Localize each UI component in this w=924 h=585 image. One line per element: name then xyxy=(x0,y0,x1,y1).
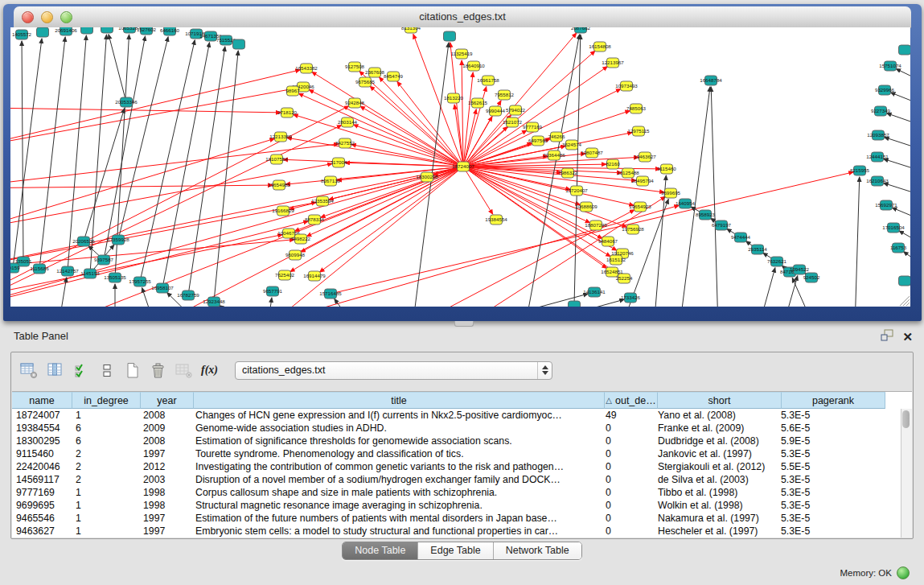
column-header-name[interactable]: name xyxy=(12,392,72,409)
graph-node[interactable]: 19654923 xyxy=(629,202,651,212)
graph-node[interactable]: 8958923 xyxy=(696,210,716,220)
graph-node[interactable]: 317004 xyxy=(331,158,347,167)
close-panel-button[interactable]: ✕ xyxy=(902,332,913,343)
graph-node[interactable] xyxy=(81,27,93,34)
graph-node[interactable]: 9397587 xyxy=(94,255,114,265)
column-settings-button[interactable] xyxy=(19,360,39,380)
graph-node[interactable]: 9657791 xyxy=(263,286,283,296)
column-header-pagerank[interactable]: pagerank xyxy=(782,392,885,409)
graph-node[interactable]: 2367608 xyxy=(365,68,385,77)
graph-node[interactable]: 8878334 xyxy=(305,215,325,225)
graph-node[interactable]: 18807249 xyxy=(585,220,607,230)
vertical-scrollbar[interactable] xyxy=(901,409,912,538)
table-row[interactable]: 1456911722003Disruption of a novel membe… xyxy=(12,473,912,486)
table-row[interactable]: 977716911998Corpus callosum shape and si… xyxy=(12,486,912,499)
table-row[interactable]: 946362711997Embryonic stem cells: a mode… xyxy=(12,525,912,538)
graph-node[interactable]: 10688609 xyxy=(575,202,598,212)
table-row[interactable]: 946554611997Estimation of the future num… xyxy=(12,512,912,525)
graph-node[interactable]: 10125488 xyxy=(617,168,639,178)
graph-node[interactable]: 16961758 xyxy=(477,76,499,85)
graph-node[interactable]: 19654985 xyxy=(268,180,290,190)
graph-node[interactable]: 14136141 xyxy=(583,287,606,297)
graph-node[interactable]: 18107554 xyxy=(265,154,288,164)
graph-node[interactable]: 9329966 xyxy=(875,85,895,95)
graph-node[interactable]: 16154808 xyxy=(589,42,611,51)
column-header-in_degree[interactable]: in_degree xyxy=(72,392,141,409)
graph-node[interactable]: 16210643 xyxy=(866,176,889,186)
memory-ok-icon[interactable] xyxy=(897,566,910,579)
graph-node[interactable]: 1405572 xyxy=(12,30,32,39)
graph-node[interactable] xyxy=(899,276,911,286)
tab-network-table[interactable]: Network Table xyxy=(494,542,581,559)
graph-node[interactable] xyxy=(101,27,113,33)
graph-node[interactable]: 9675685 xyxy=(355,77,376,87)
graph-node[interactable]: 1621072 xyxy=(503,117,523,127)
graph-node[interactable]: 17957255 xyxy=(129,277,151,286)
graph-node[interactable]: 1615132 xyxy=(606,255,626,265)
delete-column-button[interactable] xyxy=(174,360,194,380)
graph-node[interactable]: 9227349 xyxy=(871,106,891,116)
graph-node[interactable]: 9474444 xyxy=(731,233,751,242)
graph-node[interactable]: 252254 xyxy=(616,274,633,283)
graph-node[interactable] xyxy=(233,39,245,49)
graph-node[interactable]: 2718120 xyxy=(277,108,298,117)
graph-node[interactable]: 6497568 xyxy=(528,136,548,146)
network-view-canvas[interactable]: 1405572206914061065328715276026466160107… xyxy=(10,27,910,307)
graph-node[interactable]: 16782759 xyxy=(177,290,199,300)
graph-node[interactable]: 28495794 xyxy=(631,176,654,186)
graph-node[interactable]: 12142757 xyxy=(56,266,79,276)
column-header-short[interactable]: short xyxy=(658,392,782,409)
graph-node[interactable]: 12093857 xyxy=(867,130,889,140)
graph-node[interactable]: 20053346 xyxy=(115,97,138,107)
graph-node[interactable]: 2087662 xyxy=(571,27,591,33)
graph-node[interactable]: 746266 xyxy=(548,132,565,142)
select-columns-button[interactable] xyxy=(45,360,65,380)
graph-node[interactable] xyxy=(899,45,911,55)
graph-node[interactable]: 8131304 xyxy=(401,27,421,33)
delete-table-button[interactable] xyxy=(148,360,168,380)
graph-node[interactable]: 8454749 xyxy=(384,72,404,81)
graph-node[interactable]: 16648784 xyxy=(700,76,722,85)
graph-node[interactable]: 16543382 xyxy=(295,64,318,73)
graph-node[interactable]: 18640910 xyxy=(462,61,485,71)
create-table-button[interactable] xyxy=(122,360,142,380)
graph-node[interactable]: 16914479 xyxy=(303,271,326,281)
graph-node[interactable]: 17016504 xyxy=(882,223,905,233)
table-row[interactable]: 1872400712008Changes of HCN gene express… xyxy=(12,409,912,422)
graph-node[interactable]: 3624574 xyxy=(562,140,582,150)
graph-node[interactable]: 924502 xyxy=(803,273,820,282)
select-rows-button[interactable] xyxy=(71,360,91,380)
graph-node[interactable]: 19756928 xyxy=(622,225,644,234)
graph-node[interactable]: 7986322 xyxy=(558,168,578,178)
graph-node[interactable]: 5794022 xyxy=(506,105,526,115)
network-viewport[interactable]: 1405572206914061065328715276026466160107… xyxy=(10,27,910,307)
graph-node[interactable]: 19384554 xyxy=(485,215,507,225)
function-builder-button[interactable]: f(x) xyxy=(199,360,220,380)
tab-node-table[interactable]: Node Table xyxy=(343,542,418,559)
graph-node[interactable]: 7632621 xyxy=(767,257,787,266)
graph-node[interactable]: 9498222 xyxy=(291,234,311,244)
graph-node[interactable]: 15751074 xyxy=(879,61,901,71)
graph-node[interactable]: 9609948 xyxy=(285,250,306,260)
column-header-title[interactable]: title xyxy=(194,392,605,409)
graph-node[interactable]: 12923448 xyxy=(203,297,225,307)
graph-node[interactable] xyxy=(444,31,456,41)
graph-node[interactable]: 39159 xyxy=(10,263,20,273)
graph-node[interactable]: 15716485 xyxy=(319,289,342,299)
graph-node[interactable]: 6479197 xyxy=(712,220,732,230)
graph-node[interactable]: 12213967 xyxy=(602,58,624,68)
graph-node[interactable]: 8267130 xyxy=(321,176,341,186)
graph-node[interactable]: 9699695 xyxy=(661,188,681,198)
tab-edge-table[interactable]: Edge Table xyxy=(418,542,493,559)
graph-node[interactable]: 20364486 xyxy=(543,150,565,160)
graph-node[interactable]: 13505135 xyxy=(104,273,126,282)
table-row[interactable]: 1938455462009Genome-wide association stu… xyxy=(12,422,912,435)
window-title-bar[interactable]: citations_edges.txt xyxy=(14,6,911,28)
graph-node[interactable]: 19166829 xyxy=(272,206,294,216)
graph-node[interactable]: 9115460 xyxy=(657,164,676,174)
graph-node[interactable] xyxy=(37,27,49,37)
graph-node[interactable]: 17359928 xyxy=(107,235,129,245)
graph-node[interactable]: 98967 xyxy=(285,86,300,96)
graph-node[interactable]: 1115686 xyxy=(30,264,49,274)
table-row[interactable]: 1830029562008Estimation of significance … xyxy=(12,435,912,447)
